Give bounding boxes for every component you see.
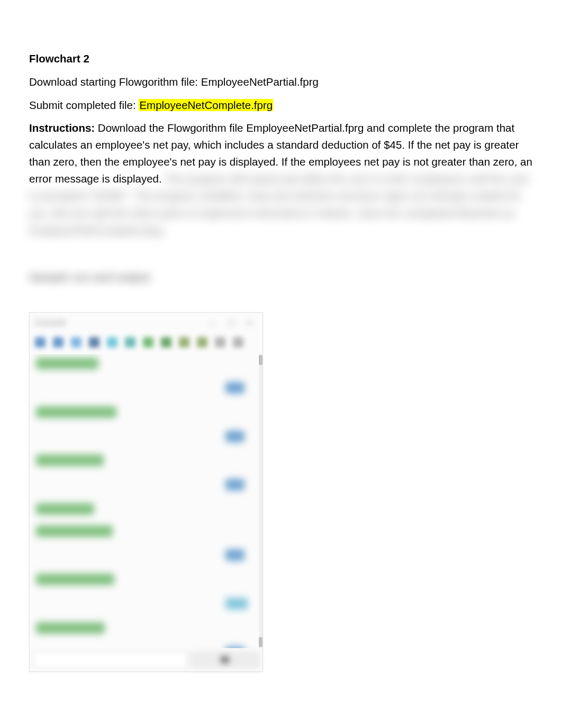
toolbar-icon-2[interactable] xyxy=(53,337,64,348)
toolbar-icon-9[interactable] xyxy=(179,337,189,348)
console-title-bar: Console — ☐ ✕ xyxy=(30,313,262,333)
toolbar-icon-5[interactable] xyxy=(107,337,117,348)
toolbar-icon-6[interactable] xyxy=(125,337,135,348)
console-input-field[interactable] xyxy=(33,652,187,668)
console-scrollbar[interactable] xyxy=(259,354,262,648)
console-output-line xyxy=(36,525,255,542)
close-icon[interactable]: ✕ xyxy=(246,317,253,329)
toolbar-icon-12[interactable] xyxy=(233,337,243,348)
console-output-line xyxy=(36,454,255,471)
console-input-line xyxy=(36,430,255,447)
maximize-icon[interactable]: ☐ xyxy=(228,317,234,329)
toolbar-icon-11[interactable] xyxy=(215,337,225,348)
console-output-line xyxy=(36,622,255,639)
console-enter-button[interactable] xyxy=(191,652,259,668)
console-title: Console xyxy=(35,316,66,330)
console-output-line xyxy=(36,357,255,374)
console-output-line xyxy=(36,503,255,520)
submit-prefix: Submit completed file: xyxy=(29,99,139,111)
console-input-line xyxy=(36,478,255,495)
console-output-line xyxy=(36,406,255,423)
toolbar-icon-1[interactable] xyxy=(35,337,46,348)
instructions-paragraph: Instructions: Download the Flowgorithm f… xyxy=(29,120,533,239)
console-input-line xyxy=(36,381,255,398)
console-window: Console — ☐ ✕ xyxy=(29,312,263,672)
console-input-bar xyxy=(30,648,262,671)
toolbar-icon-7[interactable] xyxy=(143,337,153,348)
minimize-icon[interactable]: — xyxy=(208,317,216,329)
console-toolbar xyxy=(30,333,262,352)
download-line: Download starting Flowgorithm file: Empl… xyxy=(29,74,533,90)
toolbar-icon-4[interactable] xyxy=(89,337,99,348)
window-controls: — ☐ ✕ xyxy=(208,317,257,329)
scrollbar-thumb-bottom[interactable] xyxy=(259,637,262,647)
console-input-line xyxy=(36,597,255,614)
sample-run-label: Sample run and output xyxy=(29,269,533,286)
console-input-line xyxy=(36,549,255,566)
enter-icon xyxy=(221,656,229,663)
flowchart-heading: Flowchart 2 xyxy=(29,50,533,67)
scrollbar-thumb-top[interactable] xyxy=(259,355,262,365)
console-body xyxy=(30,354,259,648)
submit-line: Submit completed file: EmployeeNetComple… xyxy=(29,97,533,114)
console-output-line xyxy=(36,573,255,590)
toolbar-icon-8[interactable] xyxy=(161,337,171,348)
toolbar-icon-3[interactable] xyxy=(71,337,81,348)
submit-filename-highlight: EmployeeNetComplete.fprg xyxy=(139,99,273,111)
instructions-label: Instructions: xyxy=(29,122,95,134)
toolbar-icon-10[interactable] xyxy=(197,337,207,348)
